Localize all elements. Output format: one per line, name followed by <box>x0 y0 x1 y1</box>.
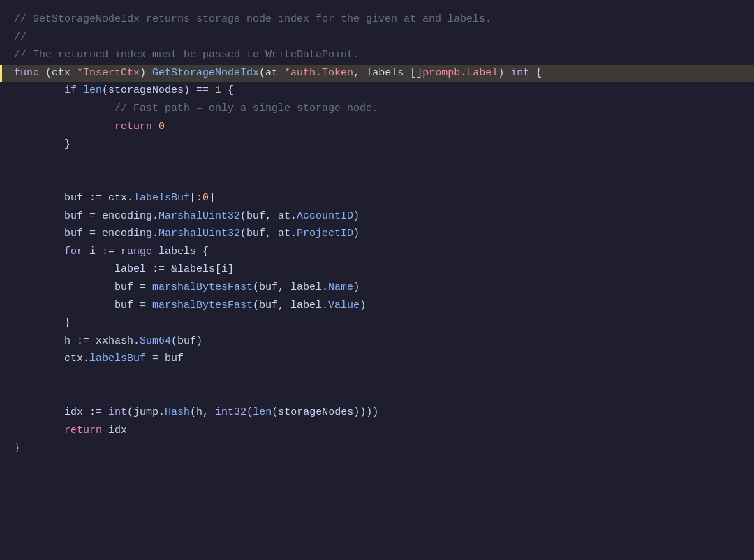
token: Name <box>328 281 353 293</box>
token: labelsBuf <box>89 353 146 364</box>
token: { <box>221 84 234 96</box>
token: (buf, label. <box>253 281 328 293</box>
token: ) <box>353 210 360 222</box>
token: ctx. <box>14 353 89 364</box>
token: 0 <box>202 192 209 204</box>
code-content: if len(storageNodes) == 1 { <box>14 82 234 99</box>
token: GetStorageNodeIdx <box>152 67 259 79</box>
token: buf = encoding. <box>14 210 158 222</box>
code-line: buf = encoding.MarshalUint32(buf, at.Acc… <box>0 208 754 226</box>
token: 1 <box>215 84 221 96</box>
code-line: buf = encoding.MarshalUint32(buf, at.Pro… <box>0 226 754 244</box>
token: // GetStorageNodeIdx returns storage nod… <box>14 13 491 25</box>
token: marshalBytesFast <box>152 300 253 311</box>
token: len <box>253 406 272 418</box>
code-line <box>0 369 754 387</box>
token: buf = <box>14 300 152 311</box>
token: Sum64 <box>140 335 171 347</box>
token <box>77 84 83 96</box>
token <box>14 121 114 133</box>
code-line: label := &labels[i] <box>0 261 754 279</box>
token: labelsBuf <box>133 192 190 204</box>
token: h := xxhash. <box>14 335 140 347</box>
code-content: // <box>14 29 27 46</box>
code-content: ctx.labelsBuf = buf <box>14 351 184 367</box>
token: ProjectID <box>297 228 353 240</box>
code-line: } <box>0 136 754 154</box>
code-line: // GetStorageNodeIdx returns storage nod… <box>0 11 754 29</box>
token: (at <box>259 67 284 79</box>
code-content: } <box>14 315 71 332</box>
token: *auth.Token <box>284 67 353 79</box>
code-line: return idx <box>0 422 754 441</box>
token: return <box>114 121 152 133</box>
token: idx := <box>14 406 108 418</box>
token: AccountID <box>297 210 353 222</box>
code-content: // Fast path – only a single storage nod… <box>14 101 378 117</box>
code-line: if len(storageNodes) == 1 { <box>0 82 754 101</box>
token <box>14 103 114 115</box>
code-line: // <box>0 29 754 47</box>
token: (storageNodes) == <box>102 84 215 96</box>
token: len <box>83 84 102 96</box>
token: // Fast path – only a single storage nod… <box>114 103 378 115</box>
code-line: h := xxhash.Sum64(buf) <box>0 333 754 351</box>
code-content: label := &labels[i] <box>14 261 234 278</box>
token: label := &labels[i] <box>14 263 234 275</box>
token: labels { <box>152 246 209 258</box>
token: prompb.Label <box>422 67 498 79</box>
token: int <box>510 67 529 79</box>
code-line: func (ctx *InsertCtx) GetStorageNodeIdx(… <box>0 65 754 83</box>
token: // The returned index must be passed to … <box>14 49 360 61</box>
code-line: buf = marshalBytesFast(buf, label.Name) <box>0 279 754 297</box>
token: ( <box>246 406 253 418</box>
code-content: } <box>14 136 71 153</box>
token: (buf, at. <box>240 210 297 222</box>
token: (h, <box>190 406 215 418</box>
token: (buf) <box>171 335 202 347</box>
code-content: func (ctx *InsertCtx) GetStorageNodeIdx(… <box>14 65 542 82</box>
token: return <box>64 425 102 436</box>
token: } <box>14 138 71 150</box>
code-content: buf = marshalBytesFast(buf, label.Name) <box>14 279 360 296</box>
code-content: return 0 <box>14 119 165 135</box>
code-line <box>0 386 754 404</box>
code-content: // GetStorageNodeIdx returns storage nod… <box>14 11 491 28</box>
token: if <box>64 84 77 96</box>
token: marshalBytesFast <box>152 281 253 293</box>
token: ) <box>353 228 360 240</box>
token: buf = <box>14 281 152 293</box>
code-line <box>0 154 754 172</box>
token: buf := ctx. <box>14 192 133 204</box>
code-content: buf = marshalBytesFast(buf, label.Value) <box>14 297 366 314</box>
token: MarshalUint32 <box>158 228 240 240</box>
token: 0 <box>158 121 165 133</box>
code-content: buf = encoding.MarshalUint32(buf, at.Acc… <box>14 208 360 225</box>
code-content: h := xxhash.Sum64(buf) <box>14 333 202 350</box>
token: idx <box>102 425 127 436</box>
code-line: return 0 <box>0 119 754 137</box>
code-content: idx := int(jump.Hash(h, int32(len(storag… <box>14 404 378 421</box>
token: buf = encoding. <box>14 228 158 240</box>
token: MarshalUint32 <box>158 210 240 222</box>
code-line: for i := range labels { <box>0 244 754 262</box>
code-content: return idx <box>14 422 127 439</box>
token: , labels [] <box>353 67 422 79</box>
token: [: <box>190 192 202 204</box>
token: (buf, at. <box>240 228 297 240</box>
token: ) <box>140 67 152 79</box>
code-line: ctx.labelsBuf = buf <box>0 351 754 369</box>
token: i := <box>83 246 121 258</box>
token: func <box>14 67 39 79</box>
token: ] <box>209 192 215 204</box>
code-line: buf = marshalBytesFast(buf, label.Value) <box>0 297 754 316</box>
token: = buf <box>146 353 184 364</box>
token: (storageNodes)))) <box>272 406 378 418</box>
code-line: // Fast path – only a single storage nod… <box>0 101 754 119</box>
token: ) <box>360 300 366 311</box>
token <box>152 121 158 133</box>
token: } <box>14 442 20 454</box>
code-content: buf := ctx.labelsBuf[:0] <box>14 190 215 207</box>
token: int <box>108 406 127 418</box>
token: range <box>121 246 152 258</box>
